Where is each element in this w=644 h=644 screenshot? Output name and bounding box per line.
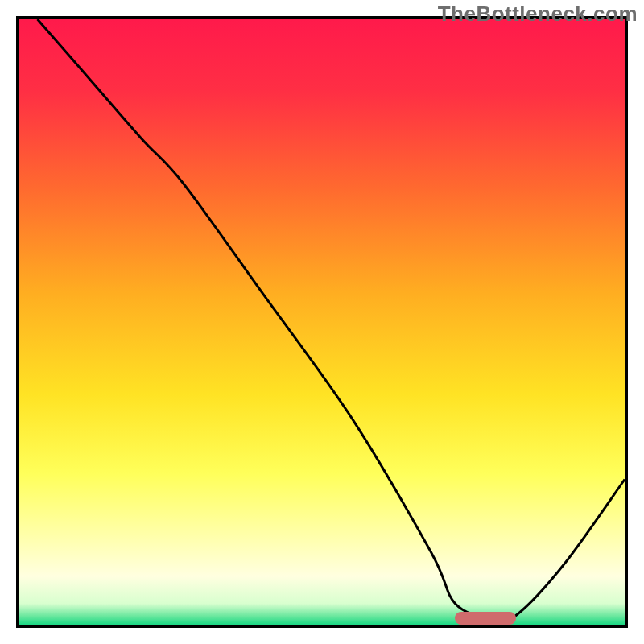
optimal-range-marker — [455, 612, 515, 625]
curve-layer — [19, 19, 625, 625]
chart-container: TheBottleneck.com — [0, 0, 644, 644]
attribution-text: TheBottleneck.com — [438, 2, 638, 27]
plot-area — [16, 16, 628, 628]
bottleneck-curve — [38, 19, 625, 621]
